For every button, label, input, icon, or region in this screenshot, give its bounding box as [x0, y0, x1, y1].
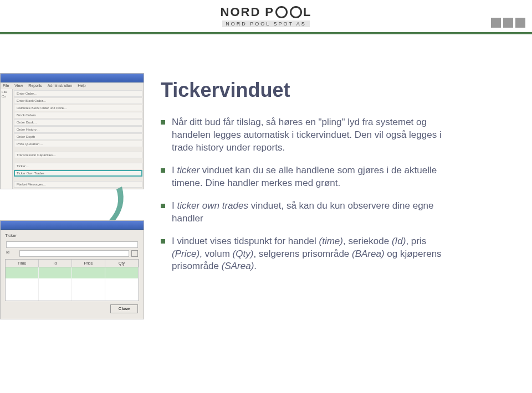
decorative-squares — [491, 18, 525, 28]
mock-list-separator — [14, 159, 142, 162]
content: File View Reports Administration Help Fi… — [0, 34, 532, 330]
mock-list-item: Order Depth — [14, 133, 142, 140]
mock-menubar: File View Reports Administration Help — [1, 82, 144, 89]
mock-th: Qty — [105, 260, 139, 267]
bullet-item: I vinduet vises tidspunkt for handel (ti… — [161, 235, 449, 273]
mock-side-column: File Cu — [1, 89, 13, 189]
logo-text-right: PL — [265, 5, 311, 19]
bullet-text: Når ditt bud får tilslag, så høres en "p… — [172, 116, 449, 154]
logo: NORD PL NORD POOL SPOT AS — [221, 5, 312, 27]
mock-list-item: Enter Block Order… — [14, 97, 142, 104]
mock-list-item: Enter Order… — [14, 90, 142, 97]
bullet-item: Når ditt bud får tilslag, så høres en "p… — [161, 116, 449, 154]
mock-table-row-own — [6, 273, 139, 278]
mock-list-item: Calculate Block Order unit Price… — [14, 105, 142, 111]
mock-table-row — [6, 289, 139, 295]
mock-list-item: Order Book… — [14, 119, 142, 126]
mock-menu-item: File — [3, 84, 9, 88]
mock-body: File Cu Enter Order… Enter Block Order… … — [1, 89, 144, 189]
text-column: Tickervinduet Når ditt bud får tilslag, … — [161, 73, 510, 273]
mock-menu-item: Administration — [48, 84, 72, 88]
mock-list-item: Ticker… — [14, 163, 142, 169]
mock-th: Price — [72, 260, 105, 267]
mock-input-field — [19, 250, 129, 257]
mock-table-row-own — [6, 267, 139, 273]
mock-menu-item: Help — [78, 84, 85, 88]
logo-ring-icon — [275, 6, 288, 18]
mock-side-label: Cu — [2, 95, 11, 98]
bullet-list: Når ditt bud får tilslag, så høres en "p… — [161, 116, 449, 273]
mock-table-body — [6, 267, 139, 301]
mock-list-item: Price Quotation… — [14, 141, 142, 147]
mock-ticker-window: Ticker Id Time Id Price Qty — [0, 220, 144, 319]
bullet-item: I ticker own trades vinduet, så kan du k… — [161, 200, 449, 225]
bullet-item: I ticker vinduet kan du se alle handlene… — [161, 164, 449, 190]
mock-list: Enter Order… Enter Block Order… Calculat… — [13, 89, 144, 189]
bullet-text: I vinduet vises tidspunkt for handel (ti… — [172, 235, 449, 273]
mock-table-row — [6, 295, 139, 301]
mock-titlebar — [1, 221, 144, 230]
mock-label: Id — [6, 250, 17, 257]
mock-titlebar — [1, 74, 144, 82]
mock-ticker-body: Ticker Id Time Id Price Qty — [1, 230, 144, 319]
mock-menu-item: Reports — [28, 84, 42, 88]
mock-list-separator — [14, 177, 142, 180]
bullet-text: I ticker own trades vinduet, så kan du k… — [172, 200, 449, 225]
mock-th: Time — [6, 260, 39, 267]
mock-table-header: Time Id Price Qty — [6, 260, 139, 267]
mock-side-label: File — [2, 90, 11, 94]
header: NORD PL NORD POOL SPOT AS — [0, 0, 532, 34]
slide-title: Tickervinduet — [161, 79, 510, 102]
mock-section-label: Ticker — [3, 232, 141, 239]
logo-subtitle: NORD POOL SPOT AS — [222, 20, 310, 27]
mock-list-item: Block Orders — [14, 112, 142, 118]
mock-list-item: Order History… — [14, 126, 142, 133]
logo-ring-icon — [290, 6, 302, 18]
mock-close-button: Close — [110, 304, 138, 313]
mock-list-item: Transmission Capacities… — [14, 152, 142, 158]
mock-table-row — [6, 284, 139, 289]
mock-table: Time Id Price Qty — [5, 259, 139, 301]
mock-menu-item: View — [14, 84, 23, 88]
mock-list-separator — [14, 148, 142, 151]
mock-field-row: Id — [3, 250, 141, 257]
mock-table-row — [6, 278, 139, 284]
mock-input-field — [6, 241, 138, 248]
logo-text-left: NORD — [221, 5, 261, 19]
logo-main: NORD PL — [221, 5, 312, 19]
bullet-text: I ticker vinduet kan du se alle handlene… — [172, 164, 449, 190]
mock-list-item-highlighted: Ticker Own Trades — [14, 170, 142, 177]
mock-list-item: Market Messages… — [14, 181, 142, 188]
screenshot-column: File View Reports Administration Help Fi… — [0, 73, 144, 319]
mock-dropdown-icon — [131, 250, 138, 257]
mock-menu-window: File View Reports Administration Help Fi… — [0, 73, 144, 189]
mock-th: Id — [39, 260, 72, 267]
